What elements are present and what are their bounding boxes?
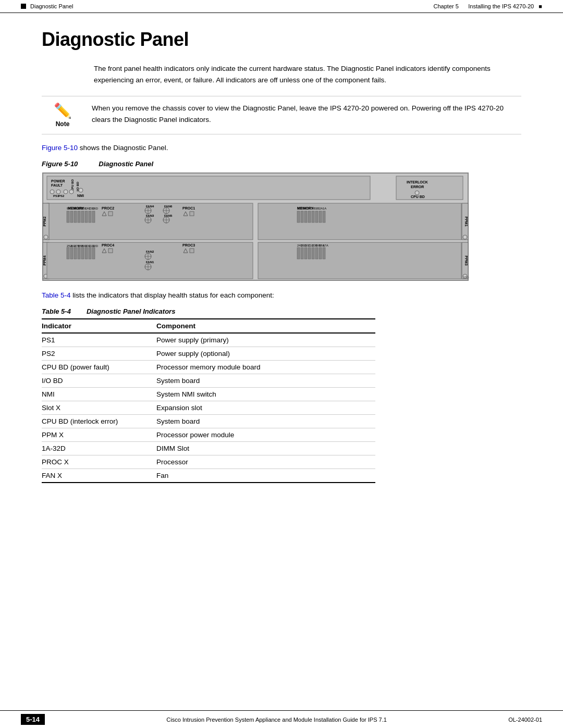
svg-point-12: [79, 188, 83, 192]
indicator-cell: PPM X: [42, 428, 156, 442]
svg-rect-22: [70, 211, 73, 223]
component-cell: Fan: [156, 469, 375, 483]
table-num: Table 5-4: [42, 307, 71, 315]
table-caption: Table 5-4 Diagnostic Panel Indicators: [42, 307, 521, 315]
indicator-cell: PS2: [42, 347, 156, 361]
header-right: Chapter 5 Installing the IPS 4270-20 ■: [434, 3, 542, 9]
page-title: Diagnostic Panel: [42, 29, 521, 51]
table-row: PROC XProcessor: [42, 455, 375, 469]
svg-rect-117: [258, 242, 461, 279]
svg-point-11: [69, 190, 74, 194]
table-header-row: Indicator Component: [42, 319, 375, 333]
svg-text:NMI: NMI: [77, 194, 84, 198]
page-number: 5-14: [21, 714, 45, 725]
table-row: PPM XProcessor power module: [42, 428, 375, 442]
svg-rect-14: [396, 176, 463, 200]
table-link[interactable]: Table 5-4: [42, 291, 71, 299]
component-cell: DIMM Slot: [156, 442, 375, 455]
footer-doc-title: Cisco Intrusion Prevention System Applia…: [166, 717, 387, 723]
figure-link[interactable]: Figure 5-10: [42, 144, 78, 152]
pencil-icon: ✏️: [54, 104, 72, 118]
svg-text:CPU BD: CPU BD: [411, 195, 425, 199]
breadcrumb: Diagnostic Panel: [30, 3, 74, 9]
svg-rect-1: [47, 176, 370, 200]
table-row: Slot XExpansion slot: [42, 401, 375, 415]
svg-text:PROC2: PROC2: [102, 206, 114, 210]
svg-rect-59: [258, 203, 461, 240]
note-icon-area: ✏️ Note: [42, 103, 83, 128]
chapter-title: Installing the IPS 4270-20: [468, 3, 534, 9]
indicator-cell: PS1: [42, 333, 156, 347]
svg-text:17A: 17A: [323, 244, 328, 247]
diagnostic-panel-svg: POWER FAULT PS1 PS2 CPU BD I/O BD NMI: [42, 172, 469, 281]
diagram-container: POWER FAULT PS1 PS2 CPU BD I/O BD NMI: [42, 172, 521, 283]
svg-rect-123: [315, 248, 318, 259]
table-row: FAN XFan: [42, 469, 375, 483]
svg-text:PPM1: PPM1: [464, 217, 468, 227]
svg-rect-87: [67, 248, 69, 259]
header-indicator: [21, 4, 26, 9]
header-left: Diagnostic Panel: [21, 3, 74, 9]
svg-rect-24: [78, 211, 80, 223]
svg-text:PPM4: PPM4: [43, 256, 46, 266]
svg-rect-26: [85, 211, 88, 223]
svg-rect-63: [304, 211, 307, 223]
table-title: Diagnostic Panel Indicators: [87, 307, 176, 315]
svg-rect-116: [190, 249, 194, 253]
svg-rect-121: [308, 248, 311, 259]
component-cell: Processor power module: [156, 428, 375, 442]
indicator-cell: NMI: [42, 388, 156, 401]
svg-rect-62: [301, 211, 303, 223]
svg-rect-25: [81, 211, 84, 223]
svg-text:PROC4: PROC4: [102, 243, 114, 247]
svg-rect-105: [108, 249, 113, 253]
table-row: PS1Power supply (primary): [42, 333, 375, 347]
figure-caption: Figure 5-10 Diagnostic Panel: [42, 160, 521, 168]
svg-rect-28: [92, 211, 95, 223]
svg-rect-124: [319, 248, 322, 259]
svg-text:FAN2: FAN2: [146, 250, 154, 253]
table-body: PS1Power supply (primary)PS2Power supply…: [42, 333, 375, 483]
svg-rect-39: [108, 212, 113, 216]
chapter-label: Chapter 5: [434, 3, 459, 9]
svg-rect-91: [81, 248, 84, 259]
table-ref-text: lists the indicators that display health…: [71, 291, 274, 299]
svg-rect-88: [70, 248, 73, 259]
svg-text:1A: 1A: [323, 207, 326, 210]
top-header: Diagnostic Panel Chapter 5 Installing th…: [0, 0, 563, 13]
footer: 5-14 Cisco Intrusion Prevention System A…: [0, 710, 563, 728]
svg-text:FAULT: FAULT: [51, 183, 63, 187]
svg-point-79: [44, 235, 48, 239]
svg-text:FAN1: FAN1: [146, 261, 154, 264]
indicator-cell: CPU BD (interlock error): [42, 415, 156, 428]
svg-rect-94: [92, 248, 95, 259]
note-text: When you remove the chassis cover to vie…: [92, 103, 521, 125]
svg-rect-68: [323, 211, 325, 223]
svg-rect-90: [78, 248, 80, 259]
svg-text:ERROR: ERROR: [411, 185, 424, 189]
svg-rect-119: [301, 248, 303, 259]
svg-rect-92: [85, 248, 88, 259]
main-content: Diagnostic Panel The front panel health …: [0, 13, 563, 525]
indicators-table: Indicator Component PS1Power supply (pri…: [42, 318, 375, 483]
figure-number: Figure 5-10: [42, 160, 78, 168]
indicator-cell: Slot X: [42, 401, 156, 415]
svg-rect-27: [89, 211, 91, 223]
svg-rect-23: [74, 211, 77, 223]
svg-point-4: [50, 190, 54, 194]
component-cell: Processor memory module board: [156, 361, 375, 374]
svg-text:PPM2: PPM2: [43, 217, 46, 227]
component-cell: Power supply (optional): [156, 347, 375, 361]
svg-text:CPU BD: CPU BD: [71, 179, 74, 192]
svg-rect-58: [190, 212, 194, 216]
indicator-cell: PROC X: [42, 455, 156, 469]
svg-rect-65: [312, 211, 314, 223]
svg-rect-89: [74, 248, 77, 259]
figure-ref-text: shows the Diagnostic Panel.: [78, 144, 168, 152]
table-header: Indicator Component: [42, 319, 375, 333]
footer-doc-number: OL-24002-01: [508, 717, 542, 723]
body-paragraph: The front panel health indicators only i…: [94, 63, 521, 85]
note-box: ✏️ Note When you remove the chassis cove…: [42, 96, 521, 134]
svg-rect-66: [315, 211, 318, 223]
svg-rect-125: [323, 248, 325, 259]
